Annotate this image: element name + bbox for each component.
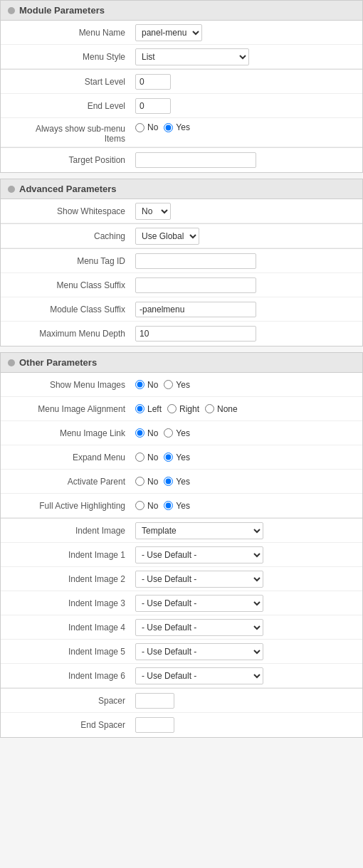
full-active-highlighting-yes-radio[interactable] [164, 501, 173, 510]
spacer-value [132, 693, 362, 709]
menu-style-label: Menu Style [1, 52, 132, 62]
indent-image-4-row: Indent Image 4 - Use Default - [1, 615, 362, 640]
menu-style-value: List [132, 48, 362, 65]
module-class-suffix-input[interactable] [135, 302, 256, 317]
end-level-label: End Level [1, 101, 132, 111]
show-menu-images-yes-radio[interactable] [164, 380, 173, 389]
start-level-row: Start Level [1, 70, 362, 94]
other-parameters-header: Other Parameters [1, 353, 362, 373]
end-spacer-value [132, 717, 362, 733]
always-show-row: Always show sub-menu Items No Yes [1, 118, 362, 147]
end-level-input[interactable] [135, 98, 171, 114]
menu-name-row: Menu Name panel-menu [1, 21, 362, 45]
start-level-input[interactable] [135, 74, 171, 90]
target-position-value [132, 152, 362, 168]
full-active-highlighting-yes-option[interactable]: Yes [164, 501, 190, 511]
full-active-highlighting-row: Full Active Highlighting No Yes [1, 494, 362, 518]
module-class-suffix-row: Module Class Suffix [1, 297, 362, 322]
module-parameters-header: Module Parameters [1, 1, 362, 21]
module-parameters-section: Module Parameters Menu Name panel-menu M… [0, 0, 363, 173]
caching-select[interactable]: Use Global [135, 228, 199, 245]
indent-image-1-label: Indent Image 1 [1, 550, 132, 560]
always-show-no-option[interactable]: No [135, 122, 158, 132]
alignment-left-radio[interactable] [135, 404, 144, 413]
indent-image-3-select[interactable]: - Use Default - [135, 595, 263, 612]
alignment-right-option[interactable]: Right [167, 404, 199, 414]
section-dot-3 [8, 359, 15, 366]
indent-image-3-label: Indent Image 3 [1, 598, 132, 608]
indent-image-3-value: - Use Default - [132, 595, 362, 612]
module-class-suffix-value [132, 302, 362, 317]
activate-parent-label: Activate Parent [1, 477, 132, 487]
alignment-none-option[interactable]: None [205, 404, 238, 414]
indent-image-5-select[interactable]: - Use Default - [135, 643, 263, 660]
indent-image-row: Indent Image Template - Use Default - [1, 519, 362, 543]
show-whitespace-select[interactable]: No Yes [135, 203, 171, 220]
indent-image-4-select[interactable]: - Use Default - [135, 619, 263, 636]
end-level-value [132, 98, 362, 114]
alignment-right-radio[interactable] [167, 404, 177, 413]
expand-menu-no-radio[interactable] [135, 452, 144, 462]
menu-image-link-yes-option[interactable]: Yes [164, 428, 190, 438]
expand-menu-no-option[interactable]: No [135, 452, 158, 462]
spacer-input[interactable] [135, 693, 174, 709]
activate-parent-no-option[interactable]: No [135, 477, 158, 487]
max-menu-depth-value [132, 326, 362, 342]
full-active-highlighting-no-radio[interactable] [135, 501, 144, 510]
show-menu-images-no-radio[interactable] [135, 380, 144, 389]
always-show-yes-option[interactable]: Yes [164, 122, 190, 132]
menu-name-value: panel-menu [132, 24, 362, 41]
show-menu-images-yes-option[interactable]: Yes [164, 380, 190, 390]
expand-menu-yes-radio[interactable] [164, 452, 173, 462]
module-class-suffix-label: Module Class Suffix [1, 305, 132, 314]
menu-tag-id-input[interactable] [135, 253, 256, 269]
menu-name-label: Menu Name [1, 28, 132, 38]
max-menu-depth-input[interactable] [135, 326, 256, 342]
menu-tag-id-label: Menu Tag ID [1, 256, 132, 266]
menu-style-select[interactable]: List [135, 48, 249, 65]
caching-label: Caching [1, 231, 132, 241]
expand-menu-label: Expand Menu [1, 452, 132, 462]
expand-menu-value: No Yes [132, 452, 362, 462]
other-parameters-title: Other Parameters [19, 357, 97, 368]
menu-image-alignment-value: Left Right None [132, 404, 362, 414]
indent-image-6-value: - Use Default - [132, 667, 362, 684]
indent-image-select[interactable]: Template - Use Default - [135, 522, 263, 539]
menu-image-link-no-option[interactable]: No [135, 428, 158, 438]
menu-name-select[interactable]: panel-menu [135, 24, 202, 41]
activate-parent-yes-radio[interactable] [164, 477, 173, 486]
indent-image-6-select[interactable]: - Use Default - [135, 667, 263, 684]
advanced-parameters-section: Advanced Parameters Show Whitespace No Y… [0, 179, 363, 346]
indent-image-2-row: Indent Image 2 - Use Default - [1, 567, 362, 591]
always-show-yes-radio[interactable] [164, 123, 173, 132]
menu-class-suffix-input[interactable] [135, 277, 256, 293]
show-whitespace-value: No Yes [132, 203, 362, 220]
alignment-left-option[interactable]: Left [135, 404, 162, 414]
end-spacer-input[interactable] [135, 717, 174, 733]
menu-image-link-yes-radio[interactable] [164, 428, 173, 438]
always-show-no-radio[interactable] [135, 123, 144, 132]
menu-image-alignment-row: Menu Image Alignment Left Right None [1, 397, 362, 421]
show-menu-images-row: Show Menu Images No Yes [1, 373, 362, 397]
alignment-none-radio[interactable] [205, 404, 214, 413]
expand-menu-yes-option[interactable]: Yes [164, 452, 190, 462]
activate-parent-row: Activate Parent No Yes [1, 470, 362, 494]
full-active-highlighting-label: Full Active Highlighting [1, 501, 132, 511]
indent-image-1-row: Indent Image 1 - Use Default - [1, 543, 362, 567]
show-menu-images-no-option[interactable]: No [135, 380, 158, 390]
caching-value: Use Global [132, 228, 362, 245]
indent-image-1-select[interactable]: - Use Default - [135, 546, 263, 563]
indent-image-2-select[interactable]: - Use Default - [135, 571, 263, 588]
indent-image-3-row: Indent Image 3 - Use Default - [1, 591, 362, 615]
target-position-row: Target Position [1, 148, 362, 172]
menu-image-link-no-radio[interactable] [135, 428, 144, 438]
other-parameters-section: Other Parameters Show Menu Images No Yes… [0, 352, 363, 738]
target-position-label: Target Position [1, 155, 132, 165]
activate-parent-no-radio[interactable] [135, 477, 144, 486]
full-active-highlighting-no-option[interactable]: No [135, 501, 158, 511]
start-level-label: Start Level [1, 77, 132, 87]
max-menu-depth-row: Maximum Menu Depth [1, 322, 362, 346]
show-menu-images-label: Show Menu Images [1, 380, 132, 390]
target-position-input[interactable] [135, 152, 256, 168]
activate-parent-yes-option[interactable]: Yes [164, 477, 190, 487]
